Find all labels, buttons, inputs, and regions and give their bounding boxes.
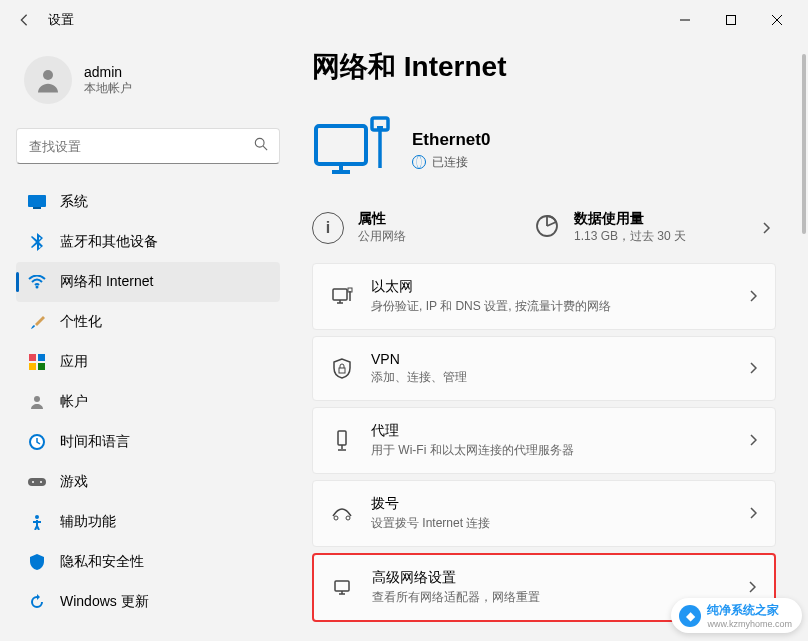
user-subtitle: 本地帐户 [84,80,132,97]
chevron-right-icon [749,505,757,523]
info-icon: i [312,212,344,244]
watermark-logo-icon: ◆ [679,605,701,627]
connection-hero: Ethernet0 已连接 [312,110,776,190]
svg-point-38 [334,516,338,520]
svg-point-4 [43,70,53,80]
sidebar-item-brush[interactable]: 个性化 [16,302,280,342]
sidebar-item-account[interactable]: 帐户 [16,382,280,422]
svg-rect-16 [28,478,46,486]
window-controls [662,4,800,36]
page-title: 网络和 Internet [312,48,776,86]
svg-point-19 [35,515,39,519]
svg-point-39 [346,516,350,520]
sidebar-item-label: 隐私和安全性 [60,553,144,571]
maximize-button[interactable] [708,4,754,36]
card-ethernet[interactable]: 以太网身份验证, IP 和 DNS 设置, 按流量计费的网络 [312,263,776,330]
sidebar-item-system[interactable]: 系统 [16,182,280,222]
svg-point-18 [40,481,42,483]
sidebar-item-apps[interactable]: 应用 [16,342,280,382]
minimize-button[interactable] [662,4,708,36]
sidebar-item-label: 时间和语言 [60,433,130,451]
sidebar-item-label: 蓝牙和其他设备 [60,233,158,251]
user-name: admin [84,64,132,80]
search-box [16,128,280,164]
sidebar-item-label: 游戏 [60,473,88,491]
scrollbar-thumb[interactable] [802,54,806,234]
chevron-right-icon [756,221,776,235]
card-dialup[interactable]: 拨号设置拨号 Internet 连接 [312,480,776,547]
nav: 系统蓝牙和其他设备网络和 Internet个性化应用帐户时间和语言游戏辅助功能隐… [16,182,280,622]
sidebar-item-label: 网络和 Internet [60,273,153,291]
svg-point-9 [36,286,39,289]
sidebar-item-update[interactable]: Windows 更新 [16,582,280,622]
svg-rect-20 [316,126,366,164]
titlebar-left: 设置 [16,11,74,29]
svg-rect-11 [38,354,45,361]
search-input[interactable] [16,128,280,164]
sidebar-item-ease[interactable]: 辅助功能 [16,502,280,542]
sidebar-item-time[interactable]: 时间和语言 [16,422,280,462]
svg-line-6 [263,146,267,150]
svg-point-17 [32,481,34,483]
sidebar-item-label: 辅助功能 [60,513,116,531]
sidebar-item-wifi[interactable]: 网络和 Internet [16,262,280,302]
scrollbar[interactable] [802,54,806,641]
back-button[interactable] [16,12,32,28]
sidebar-item-label: 帐户 [60,393,88,411]
game-icon [28,473,46,491]
content: 网络和 Internet Ethernet0 已连接 [296,40,808,641]
card-proxy[interactable]: 代理用于 Wi-Fi 和以太网连接的代理服务器 [312,407,776,474]
monitor-ethernet-icon [312,110,392,190]
watermark: ◆ 纯净系统之家 www.kzmyhome.com [671,598,802,633]
chevron-right-icon [749,288,757,306]
time-icon [28,433,46,451]
svg-rect-35 [338,431,346,445]
svg-rect-8 [33,207,41,209]
main: admin 本地帐户 系统蓝牙和其他设备网络和 Internet个性化应用帐户时… [0,40,808,641]
watermark-title: 纯净系统之家 [707,602,792,619]
properties-sub: 公用网络 [358,228,406,245]
svg-point-14 [34,396,40,402]
svg-rect-1 [727,16,736,25]
wifi-icon [28,273,46,291]
avatar [24,56,72,104]
usage-cell[interactable]: 数据使用量 1.13 GB，过去 30 天 [534,210,736,245]
update-icon [28,593,46,611]
sidebar-item-privacy[interactable]: 隐私和安全性 [16,542,280,582]
dialup-icon [331,503,353,525]
properties-cell[interactable]: i 属性 公用网络 [312,210,514,245]
account-icon [28,393,46,411]
usage-sub: 1.13 GB，过去 30 天 [574,228,686,245]
card-title: 高级网络设置 [372,569,730,587]
sidebar-item-bluetooth[interactable]: 蓝牙和其他设备 [16,222,280,262]
advanced-icon [332,577,354,599]
info-row: i 属性 公用网络 数据使用量 1.13 GB，过去 30 天 [312,210,776,245]
chevron-right-icon [748,579,756,597]
privacy-icon [28,553,46,571]
brush-icon [28,313,46,331]
user-block[interactable]: admin 本地帐户 [16,48,280,128]
svg-rect-34 [339,368,345,373]
sidebar-item-label: 应用 [60,353,88,371]
card-title: 拨号 [371,495,731,513]
connection-name: Ethernet0 [412,130,490,150]
svg-rect-7 [28,195,46,207]
card-subtitle: 身份验证, IP 和 DNS 设置, 按流量计费的网络 [371,298,731,315]
chevron-right-icon [749,432,757,450]
svg-rect-12 [29,363,36,370]
card-subtitle: 用于 Wi-Fi 和以太网连接的代理服务器 [371,442,731,459]
card-title: 代理 [371,422,731,440]
person-icon [33,65,63,95]
card-vpn[interactable]: VPN添加、连接、管理 [312,336,776,401]
sidebar-item-game[interactable]: 游戏 [16,462,280,502]
globe-icon [412,155,426,169]
close-button[interactable] [754,4,800,36]
properties-title: 属性 [358,210,406,228]
svg-rect-24 [377,126,383,131]
bluetooth-icon [28,233,46,251]
data-usage-icon [534,213,560,243]
card-subtitle: 设置拨号 Internet 连接 [371,515,731,532]
svg-rect-13 [38,363,45,370]
svg-rect-29 [333,289,347,300]
connection-status: 已连接 [412,154,490,171]
